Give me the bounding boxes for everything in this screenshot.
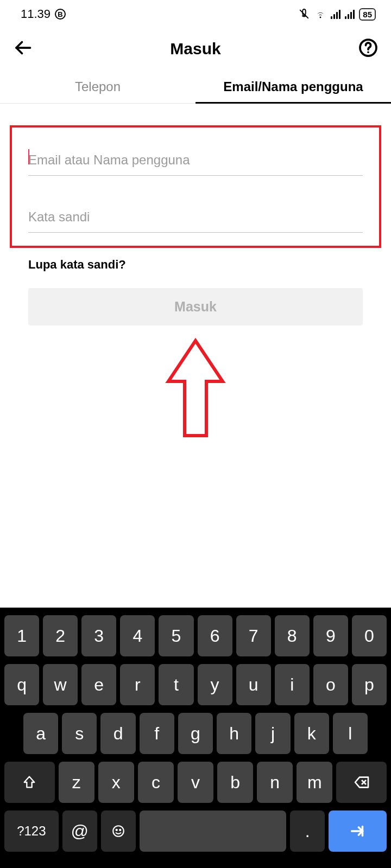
svg-point-6 [116,829,117,831]
key-g[interactable]: g [178,713,213,754]
key-i[interactable]: i [275,664,310,705]
key-shift[interactable] [4,762,55,803]
annotation-arrow-up-icon [163,338,228,443]
keyboard: 1 2 3 4 5 6 7 8 9 0 q w e r t y u i o p … [0,608,391,868]
key-1[interactable]: 1 [4,615,39,656]
keyboard-row-0: 1 2 3 4 5 6 7 8 9 0 [4,615,387,656]
keyboard-row-2: a s d f g h j k l [4,713,387,754]
key-3[interactable]: 3 [81,615,116,656]
key-dot[interactable]: . [290,810,325,852]
forgot-password-link[interactable]: Lupa kata sandi? [0,248,391,284]
keyboard-row-3: z x c v b n m [4,762,387,803]
key-6[interactable]: 6 [198,615,232,656]
page-title: Masuk [170,40,220,58]
key-q[interactable]: q [4,664,39,705]
tab-phone[interactable]: Telepon [0,71,195,103]
key-0[interactable]: 0 [352,615,387,656]
key-h[interactable]: h [217,713,251,754]
status-left: 11.39 B [21,7,66,21]
key-e[interactable]: e [81,664,116,705]
svg-point-5 [113,826,124,837]
key-k[interactable]: k [294,713,329,754]
key-2[interactable]: 2 [43,615,78,656]
signal-icon-1 [331,9,340,19]
tab-email-username[interactable]: Email/Nama pengguna [195,71,391,103]
key-9[interactable]: 9 [313,615,348,656]
key-x[interactable]: x [98,762,134,803]
key-b[interactable]: b [217,762,253,803]
form-area: Lupa kata sandi? Masuk [0,104,391,326]
key-w[interactable]: w [43,664,78,705]
key-5[interactable]: 5 [159,615,193,656]
key-l[interactable]: l [333,713,368,754]
battery-indicator: 85 [359,8,376,21]
key-d[interactable]: d [100,713,135,754]
svg-point-2 [367,51,369,53]
key-v[interactable]: v [178,762,213,803]
key-a[interactable]: a [23,713,58,754]
key-t[interactable]: t [159,664,193,705]
key-enter[interactable] [329,810,387,852]
key-s[interactable]: s [62,713,97,754]
key-p[interactable]: p [352,664,387,705]
key-7[interactable]: 7 [236,615,271,656]
key-m[interactable]: m [297,762,332,803]
email-field[interactable] [28,148,363,176]
key-backspace[interactable] [336,762,387,803]
key-mode[interactable]: ?123 [4,810,59,852]
status-bar: 11.39 B 85 [0,0,391,27]
key-space[interactable] [140,810,286,852]
key-n[interactable]: n [257,762,293,803]
svg-point-7 [119,829,121,831]
key-r[interactable]: r [120,664,155,705]
key-u[interactable]: u [236,664,271,705]
back-button[interactable] [13,38,33,60]
login-button[interactable]: Masuk [28,288,363,326]
keyboard-row-1: q w e r t y u i o p [4,664,387,705]
key-f[interactable]: f [140,713,174,754]
password-field[interactable] [28,205,363,233]
key-4[interactable]: 4 [120,615,155,656]
keyboard-row-4: ?123 @ . [4,810,387,852]
key-c[interactable]: c [138,762,174,803]
key-y[interactable]: y [198,664,232,705]
header: Masuk [0,27,391,71]
email-field-wrapper [28,148,363,176]
text-cursor [28,149,29,164]
signal-icon-2 [345,9,355,19]
password-field-wrapper [28,205,363,233]
status-right: 85 [298,8,376,21]
key-emoji[interactable] [101,810,136,852]
b-icon: B [55,9,66,20]
key-at[interactable]: @ [62,810,97,852]
key-j[interactable]: j [255,713,290,754]
annotation-highlight-box [10,125,381,248]
key-8[interactable]: 8 [275,615,310,656]
clock: 11.39 [21,7,51,21]
tabs: Telepon Email/Nama pengguna [0,71,391,104]
mute-icon [298,8,310,20]
key-z[interactable]: z [59,762,94,803]
wifi-icon [314,8,326,20]
key-o[interactable]: o [313,664,348,705]
help-button[interactable] [358,38,378,60]
